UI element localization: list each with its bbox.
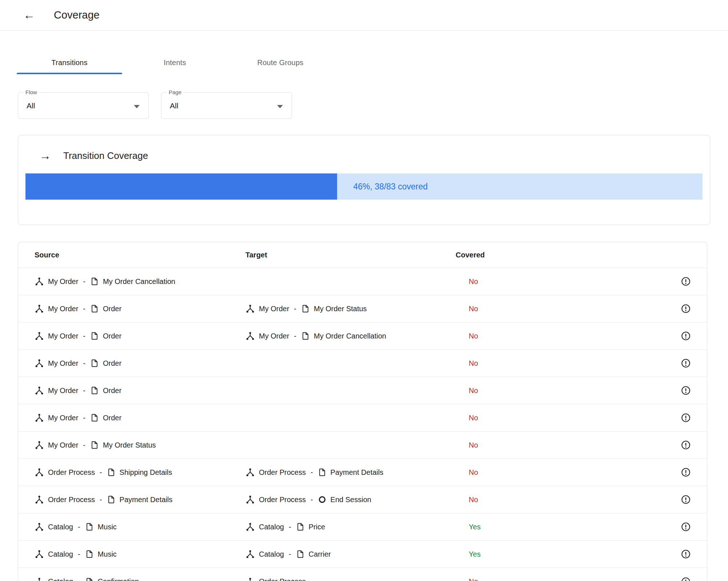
covered-cell: No — [456, 305, 666, 313]
info-icon[interactable] — [681, 304, 691, 314]
info-icon[interactable] — [681, 358, 691, 368]
source-cell: My Order - Order — [35, 413, 245, 422]
covered-cell: No — [456, 414, 666, 422]
table-row: My Order - Order No — [18, 350, 707, 377]
target-flow-name: My Order — [259, 305, 289, 313]
source-page-name: Music — [98, 523, 117, 531]
target-page-group: - End Session — [310, 495, 371, 504]
target-page-group: - Price — [288, 522, 325, 531]
flow-icon — [35, 331, 44, 341]
info-cell — [666, 494, 701, 505]
flow-icon — [35, 468, 44, 477]
target-cell: Order Process - End Session — [245, 495, 456, 504]
back-button[interactable]: ← — [21, 7, 37, 23]
flow-filter-label: Flow — [23, 89, 39, 95]
info-icon[interactable] — [681, 467, 691, 477]
transition-coverage-card: → Transition Coverage 46%, 38/83 covered — [18, 135, 710, 225]
info-icon[interactable] — [681, 276, 691, 287]
flow-icon — [35, 495, 44, 504]
tab-route-groups[interactable]: Route Groups — [228, 51, 333, 74]
source-page-name: Order — [103, 332, 121, 340]
chevron-down-icon — [277, 105, 283, 108]
source-cell: Catalog - Music — [35, 549, 245, 559]
info-cell — [666, 358, 701, 368]
progress-remainder: 46%, 38/83 covered — [337, 173, 703, 200]
info-icon[interactable] — [681, 331, 691, 341]
target-flow-name: Order Process — [259, 496, 306, 504]
source-flow-name: Catalog — [48, 550, 73, 558]
target-cell: Order Process - Payment Details — [245, 468, 456, 477]
target-page-icon — [318, 468, 327, 477]
end-session-icon — [318, 495, 327, 504]
info-icon[interactable] — [681, 549, 691, 559]
transition-arrow-icon: → — [39, 149, 55, 163]
table-header-row: Source Target Covered — [18, 242, 707, 268]
covered-value: No — [469, 496, 478, 504]
info-icon[interactable] — [681, 413, 691, 423]
covered-cell: No — [456, 359, 666, 368]
info-cell — [666, 331, 701, 341]
target-cell: My Order - My Order Status — [245, 304, 456, 313]
column-header-source: Source — [35, 251, 245, 259]
source-cell: My Order - My Order Status — [35, 440, 245, 450]
source-page-name: My Order Cancellation — [103, 277, 175, 286]
table-row: My Order - Order My Order - — [18, 295, 707, 322]
dash-separator: - — [83, 386, 85, 395]
source-page-name: Confirmation — [98, 577, 139, 581]
source-flow-name: My Order — [48, 305, 78, 313]
info-icon[interactable] — [681, 385, 691, 396]
info-cell — [666, 440, 701, 450]
page-icon — [90, 413, 99, 422]
source-cell: My Order - Order — [35, 331, 245, 341]
source-flow-name: My Order — [48, 414, 78, 422]
source-flow-name: My Order — [48, 332, 78, 340]
table-row: Order Process - Payment Details Order Pr… — [18, 486, 707, 513]
source-flow-name: Catalog — [48, 523, 73, 531]
target-flow-name: Order Process — [259, 468, 306, 477]
table-row: Catalog - Music Catalog - — [18, 513, 707, 541]
target-flow-name: Catalog — [259, 550, 284, 558]
source-page-name: Music — [98, 550, 117, 558]
covered-value: No — [469, 277, 478, 285]
table-row: My Order - My Order Cancellation No — [18, 268, 707, 295]
chevron-down-icon — [134, 105, 140, 108]
source-flow-name: Order Process — [48, 468, 95, 477]
source-flow-name: Order Process — [48, 496, 95, 504]
covered-value: No — [469, 332, 478, 340]
page-icon — [90, 359, 99, 368]
source-cell: Order Process - Payment Details — [35, 495, 245, 504]
info-icon[interactable] — [681, 440, 691, 450]
covered-value: No — [469, 305, 478, 313]
flow-icon — [245, 549, 255, 559]
tab-transitions[interactable]: Transitions — [17, 51, 122, 74]
page-icon — [107, 495, 116, 504]
flow-icon — [35, 549, 44, 559]
dash-separator: - — [100, 496, 102, 504]
flow-icon — [35, 440, 44, 450]
flow-icon — [245, 495, 255, 504]
page-filter-select[interactable]: Page All — [161, 92, 292, 119]
dash-separator: - — [294, 305, 296, 313]
page-icon — [107, 468, 116, 477]
target-page-icon — [301, 332, 310, 340]
page-filter-label: Page — [167, 89, 184, 95]
source-flow-name: My Order — [48, 386, 78, 395]
progress-label: 46%, 38/83 covered — [353, 182, 428, 192]
target-page-icon — [296, 522, 305, 531]
tab-intents[interactable]: Intents — [122, 51, 228, 74]
coverage-table: Source Target Covered My Order - — [18, 242, 707, 581]
covered-value: No — [469, 359, 478, 367]
flow-filter-select[interactable]: Flow All — [18, 92, 149, 119]
table-row: My Order - Order My Order - — [18, 322, 707, 350]
info-icon[interactable] — [681, 522, 691, 532]
tab-label: Transitions — [51, 59, 87, 67]
column-header-target: Target — [245, 251, 456, 259]
covered-value: Yes — [469, 523, 481, 531]
dash-separator: - — [83, 332, 85, 340]
target-flow-name: My Order — [259, 332, 289, 340]
dash-separator: - — [83, 359, 85, 368]
info-icon[interactable] — [681, 494, 691, 505]
table-row: Catalog - Music Catalog - — [18, 541, 707, 568]
info-icon[interactable] — [681, 577, 691, 581]
dash-separator: - — [78, 550, 80, 558]
